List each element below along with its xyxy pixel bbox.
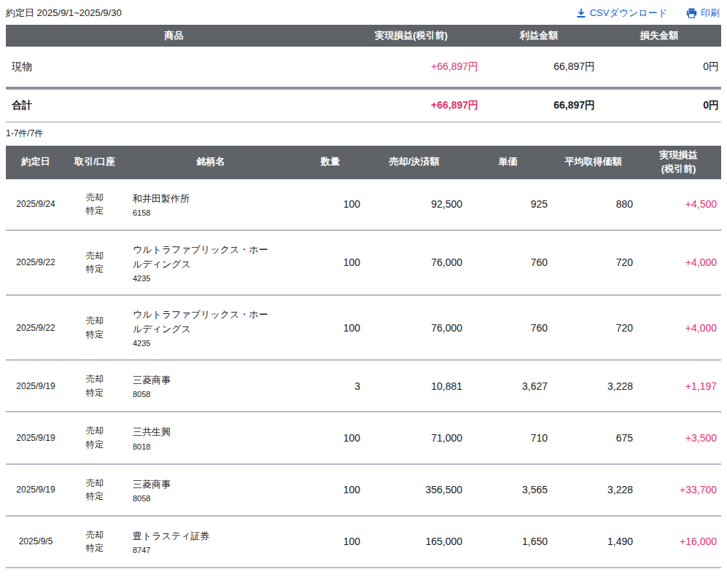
- avg-cost-cell: 3,228: [551, 464, 636, 516]
- trade-type-label: 売却: [66, 424, 123, 438]
- trade-account-cell: 売却特定: [66, 360, 124, 412]
- quantity-cell: 100: [298, 412, 363, 463]
- stock-code-label: 6158: [133, 208, 297, 217]
- summary-col-profit: 利益金額: [481, 25, 597, 47]
- trade-type-label: 売却: [66, 528, 123, 542]
- trade-account-cell: 売却特定: [66, 179, 124, 230]
- realized-pl-cell: +33,700: [636, 464, 721, 516]
- stock-code-label: 8058: [133, 390, 297, 399]
- sell-amount-cell: 165,000: [363, 516, 465, 568]
- avg-cost-cell: 1,490: [551, 516, 636, 568]
- detail-col-name: 銘柄名: [124, 146, 298, 179]
- trade-account-cell: 売却特定: [66, 295, 124, 360]
- summary-header-row: 商品 実現損益(税引前) 利益金額 損失金額: [6, 25, 721, 47]
- avg-cost-cell: 720: [551, 295, 636, 360]
- sell-amount-cell: 92,500: [363, 179, 465, 230]
- summary-table: 商品 実現損益(税引前) 利益金額 損失金額 現物+66,897円66,897円…: [6, 25, 721, 122]
- detail-col-qty: 数量: [298, 146, 363, 179]
- detail-col-avg-cost: 平均取得価額: [551, 146, 636, 179]
- stock-name-label: 豊トラスティ証券: [133, 529, 277, 544]
- profit-cell: 66,897円: [481, 47, 597, 88]
- trade-date-cell: 2025/9/22: [6, 295, 66, 360]
- sell-amount-cell: 76,000: [363, 295, 465, 360]
- avg-cost-cell: 675: [551, 412, 636, 463]
- unit-price-cell: 760: [465, 230, 551, 295]
- stock-name-cell: 三菱商事8058: [124, 464, 298, 516]
- trade-date-cell: 2025/9/22: [6, 230, 66, 295]
- summary-col-product: 商品: [6, 25, 342, 47]
- stock-name-label: 和井田製作所: [133, 192, 277, 206]
- download-icon: [576, 8, 586, 18]
- product-cell: 現物: [6, 47, 342, 88]
- unit-price-cell: 710: [465, 412, 551, 463]
- quantity-cell: 100: [298, 295, 363, 360]
- unit-price-cell: 3,627: [465, 360, 551, 412]
- detail-table: 約定日 取引/口座 銘柄名 数量 売却/決済額 単価 平均取得価額 実現損益 (…: [6, 146, 721, 569]
- table-row: 2025/9/19売却特定三菱商事8058100356,5003,5653,22…: [6, 464, 721, 516]
- trade-type-label: 売却: [66, 191, 123, 205]
- summary-total-row: 合計+66,897円66,897円0円: [6, 88, 721, 122]
- realized-pl-cell: +4,500: [636, 179, 721, 230]
- stock-name-label: ウルトラファブリックス・ホールディングス: [133, 243, 277, 272]
- account-type-label: 特定: [66, 438, 123, 452]
- csv-download-button[interactable]: CSVダウンロード: [576, 7, 667, 20]
- detail-col-trade-account: 取引/口座: [66, 146, 124, 179]
- avg-cost-cell: 880: [551, 179, 636, 230]
- stock-name-cell: 和井田製作所6158: [124, 179, 298, 230]
- realized-pl-cell: +3,500: [636, 412, 721, 463]
- trade-account-cell: 売却特定: [66, 516, 124, 568]
- realized-pl-cell: +66,897円: [342, 88, 481, 122]
- trade-date-cell: 2025/9/19: [6, 412, 66, 463]
- profit-cell: 66,897円: [481, 88, 597, 122]
- stock-code-label: 4235: [133, 339, 297, 348]
- stock-name-cell: 三共生興8018: [124, 412, 298, 463]
- stock-code-label: 8058: [133, 494, 297, 503]
- trade-account-cell: 売却特定: [66, 230, 124, 295]
- account-type-label: 特定: [66, 541, 123, 555]
- table-row: 2025/9/19売却特定三共生興801810071,000710675+3,5…: [6, 412, 721, 463]
- detail-col-date: 約定日: [6, 146, 66, 179]
- account-type-label: 特定: [66, 262, 123, 276]
- printer-icon: [686, 8, 697, 18]
- account-type-label: 特定: [66, 490, 123, 503]
- product-cell: 合計: [6, 88, 342, 122]
- stock-name-label: 三共生興: [133, 425, 277, 439]
- detail-header-row: 約定日 取引/口座 銘柄名 数量 売却/決済額 単価 平均取得価額 実現損益 (…: [6, 146, 721, 179]
- trade-type-label: 売却: [66, 314, 123, 328]
- stock-name-cell: ウルトラファブリックス・ホールディングス4235: [124, 230, 298, 295]
- table-row: 2025/9/19売却特定三菱商事8058310,8813,6273,228+1…: [6, 360, 721, 412]
- print-button[interactable]: 印刷: [686, 7, 720, 20]
- realized-pl-cell: +1,197: [636, 360, 721, 412]
- trade-date-cell: 2025/9/19: [6, 464, 66, 516]
- unit-price-cell: 925: [465, 179, 551, 230]
- stock-name-label: 三菱商事: [133, 373, 277, 388]
- stock-name-cell: ウルトラファブリックス・ホールディングス4235: [124, 295, 298, 360]
- summary-col-realized-pl: 実現損益(税引前): [342, 25, 481, 47]
- toolbar-links: CSVダウンロード 印刷: [576, 7, 720, 20]
- table-row: 2025/9/5売却特定豊トラスティ証券8747100165,0001,6501…: [6, 516, 721, 568]
- settlement-period-label: 約定日 2025/9/1~2025/9/30: [6, 7, 122, 20]
- unit-price-cell: 760: [465, 295, 551, 360]
- unit-price-cell: 3,565: [465, 464, 551, 516]
- unit-price-cell: 1,650: [465, 516, 551, 568]
- table-row: 2025/9/22売却特定ウルトラファブリックス・ホールディングス4235100…: [6, 230, 721, 295]
- stock-name-label: ウルトラファブリックス・ホールディングス: [133, 307, 277, 337]
- account-type-label: 特定: [66, 328, 123, 342]
- result-count-label: 1-7件/7件: [6, 128, 721, 140]
- loss-cell: 0円: [597, 47, 721, 88]
- loss-cell: 0円: [597, 88, 721, 122]
- stock-name-cell: 三菱商事8058: [124, 360, 298, 412]
- stock-code-label: 8018: [133, 442, 297, 451]
- trade-type-label: 売却: [66, 249, 123, 263]
- trade-account-cell: 売却特定: [66, 412, 124, 463]
- quantity-cell: 100: [298, 230, 363, 295]
- table-row: 2025/9/22売却特定ウルトラファブリックス・ホールディングス4235100…: [6, 295, 721, 360]
- trade-date-cell: 2025/9/5: [6, 516, 66, 568]
- avg-cost-cell: 720: [551, 230, 636, 295]
- trade-date-cell: 2025/9/19: [6, 360, 66, 412]
- realized-pl-cell: +16,000: [636, 516, 721, 568]
- stock-code-label: 8747: [133, 546, 297, 554]
- table-row: 2025/9/24売却特定和井田製作所615810092,500925880+4…: [6, 179, 721, 230]
- toolbar: 約定日 2025/9/1~2025/9/30 CSVダウンロード 印刷: [0, 0, 727, 25]
- account-type-label: 特定: [66, 204, 123, 218]
